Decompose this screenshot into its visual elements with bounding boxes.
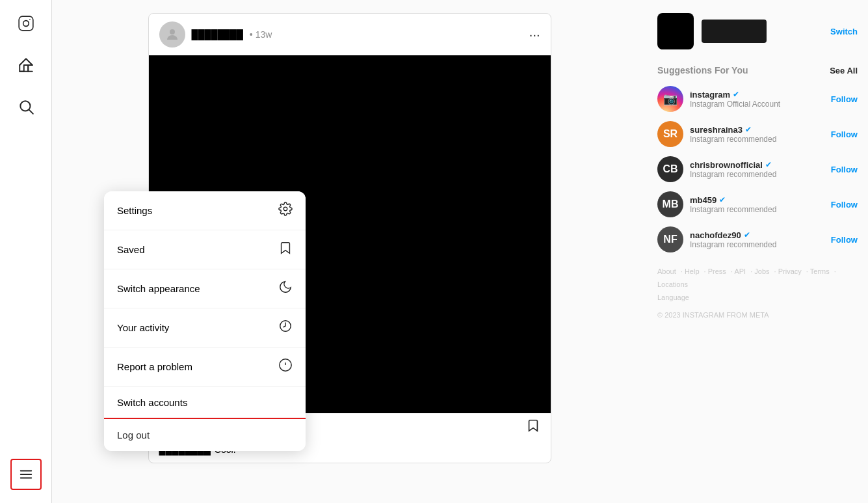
post-username[interactable]: ████████: [192, 29, 243, 40]
post-time: • 13w: [250, 29, 272, 40]
dropdown-your-activity[interactable]: Your activity: [104, 308, 306, 347]
right-panel: Switch Suggestions For You See All 📷 ins…: [647, 0, 868, 503]
home-icon[interactable]: [13, 52, 39, 78]
save-icon[interactable]: [526, 418, 540, 437]
bookmark-icon: [278, 241, 293, 258]
follow-button-chrisbrown[interactable]: Follow: [831, 165, 858, 174]
switch-button[interactable]: Switch: [830, 27, 858, 36]
svg-point-1: [23, 21, 29, 27]
post-header: ████████ • 13w ···: [149, 14, 551, 55]
footer-link-privacy[interactable]: Privacy: [778, 267, 802, 275]
footer-link-press[interactable]: Press: [708, 267, 726, 275]
see-all-button[interactable]: See All: [830, 66, 858, 75]
suggestion-avatar-mb459: MB: [657, 191, 683, 217]
suggestion-avatar-nacho: NF: [657, 226, 683, 252]
verified-badge-mb459: ✔: [719, 195, 726, 204]
post-avatar: [159, 21, 185, 48]
suggestion-name-suresh: sureshraina3: [690, 125, 743, 135]
follow-button-nacho[interactable]: Follow: [831, 235, 858, 245]
footer-link-language[interactable]: Language: [657, 293, 689, 301]
suggestion-mb459: MB mb459 ✔ Instagram recommended Follow: [657, 191, 858, 217]
instagram-logo-icon[interactable]: [13, 10, 39, 36]
footer-link-api[interactable]: API: [734, 267, 746, 275]
dropdown-switch-accounts[interactable]: Switch accounts: [104, 387, 306, 419]
account-name-block: [702, 20, 767, 43]
suggestion-name-chrisbrown: chrisbrownofficial: [690, 160, 763, 170]
svg-point-5: [170, 29, 175, 34]
verified-badge-instagram: ✔: [733, 90, 739, 99]
account-row: Switch: [657, 13, 858, 49]
sidebar: [0, 0, 52, 503]
suggestion-sub-mb459: Instagram recommended: [690, 205, 776, 214]
suggestion-avatar-chrisbrown: CB: [657, 156, 683, 182]
search-icon[interactable]: [13, 94, 39, 120]
suggestion-nacho: NF nachofdez90 ✔ Instagram recommended F…: [657, 226, 858, 252]
suggestions-title: Suggestions For You: [657, 65, 748, 75]
suggestion-name-instagram: instagram: [690, 90, 730, 100]
dropdown-switch-appearance[interactable]: Switch appearance: [104, 269, 306, 308]
svg-point-8: [283, 207, 287, 211]
account-avatar: [657, 13, 694, 49]
suggestions-header: Suggestions For You See All: [657, 65, 858, 75]
dropdown-report[interactable]: Report a problem: [104, 347, 306, 387]
report-icon: [278, 358, 293, 375]
activity-icon: [278, 319, 293, 336]
follow-button-mb459[interactable]: Follow: [831, 200, 858, 210]
footer-link-locations[interactable]: Locations: [657, 280, 688, 288]
svg-point-2: [29, 19, 31, 20]
dropdown-saved[interactable]: Saved: [104, 230, 306, 269]
post-more-icon[interactable]: ···: [529, 28, 540, 41]
svg-rect-0: [19, 16, 33, 31]
dropdown-menu: Settings Saved Switch appearance Your ac…: [104, 191, 306, 451]
suggestion-avatar-instagram: 📷: [657, 86, 683, 112]
suggestion-avatar-suresh: SR: [657, 121, 683, 147]
svg-line-4: [29, 110, 33, 114]
footer-copyright: © 2023 INSTAGRAM FROM META: [657, 309, 858, 322]
footer-link-about[interactable]: About: [657, 267, 676, 275]
account-info: [657, 13, 767, 49]
verified-badge-chrisbrown: ✔: [765, 160, 772, 169]
suggestion-name-nacho: nachofdez90: [690, 230, 741, 240]
dropdown-settings[interactable]: Settings: [104, 191, 306, 230]
verified-badge-suresh: ✔: [745, 125, 752, 134]
suggestion-chrisbrown: CB chrisbrownofficial ✔ Instagram recomm…: [657, 156, 858, 182]
follow-button-instagram[interactable]: Follow: [831, 94, 858, 104]
moon-icon: [278, 280, 293, 297]
suggestion-sureshraina3: SR sureshraina3 ✔ Instagram recommended …: [657, 121, 858, 147]
verified-badge-nacho: ✔: [744, 230, 750, 239]
suggestion-instagram: 📷 instagram ✔ Instagram Official Account…: [657, 86, 858, 112]
dropdown-logout[interactable]: Log out: [104, 419, 306, 451]
footer-link-terms[interactable]: Terms: [810, 267, 830, 275]
footer-link-jobs[interactable]: Jobs: [754, 267, 769, 275]
suggestion-sub-chrisbrown: Instagram recommended: [690, 170, 776, 179]
footer-links: About · Help · Press · API · Jobs · Priv…: [657, 265, 858, 322]
suggestion-sub-instagram: Instagram Official Account: [690, 100, 780, 109]
settings-icon: [278, 202, 293, 219]
footer-link-help[interactable]: Help: [685, 267, 700, 275]
suggestion-name-mb459: mb459: [690, 195, 717, 205]
follow-button-suresh[interactable]: Follow: [831, 129, 858, 139]
suggestion-sub-suresh: Instagram recommended: [690, 135, 776, 144]
main-content: ████████ • 13w ··· ♡ ████████Cool!: [52, 0, 647, 503]
suggestion-sub-nacho: Instagram recommended: [690, 240, 776, 249]
